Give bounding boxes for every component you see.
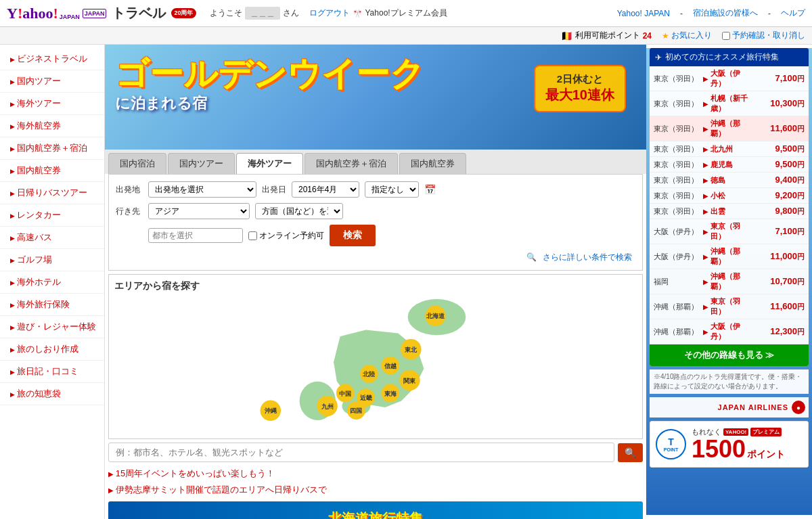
date-select[interactable]: 2016年4月 <box>292 181 359 198</box>
city-input[interactable] <box>148 228 243 243</box>
arrow-11: ▶ <box>703 278 708 286</box>
nav-hotels[interactable]: 宿泊施設の皆様へ <box>693 7 758 19</box>
welcome-area: ようこそ ＿＿＿ さん <box>210 7 299 20</box>
hokkaido-label[interactable]: 北海道 <box>426 313 445 319</box>
sidebar-item-overseas-air[interactable]: 海外航空券 <box>0 115 104 137</box>
yahoo-logo[interactable]: Y!ahoo! JAPAN <box>7 5 80 22</box>
flight-row-7[interactable]: 東京（羽田） ▶ 小松 9,200円 <box>650 188 809 204</box>
flight-row-9[interactable]: 大阪（伊丹） ▶ 東京（羽田） 7,100円 <box>650 219 809 244</box>
flight-row-12[interactable]: 沖縄（那覇） ▶ 東京（羽田） 11,600円 <box>650 294 809 319</box>
okinawa-label[interactable]: 沖縄 <box>264 407 277 414</box>
chugoku-label[interactable]: 中国 <box>339 390 351 397</box>
tohoku-label[interactable]: 東北 <box>405 346 418 353</box>
favorites-area[interactable]: ★ お気に入り <box>662 30 712 41</box>
right-bg: ✈ 初めての方にオススメ旅行特集 東京（羽田） ▶ 大阪（伊丹） 7,100円 … <box>646 48 812 515</box>
japan-label: JAPAN <box>60 14 80 20</box>
tpoint-points-row: 1500 ポイント <box>692 437 785 461</box>
arrow-9: ▶ <box>703 228 708 235</box>
sidebar-item-business[interactable]: ビジネストラベル <box>0 48 104 70</box>
reservation-area[interactable]: 予約確認・取り消し <box>722 30 805 41</box>
origin-9: 大阪（伊丹） <box>654 227 701 237</box>
destination-select[interactable]: アジア <box>148 203 250 219</box>
sidebar-item-domestic-tour[interactable]: 国内ツアー <box>0 70 104 93</box>
logout-area[interactable]: ログアウト 🎌 Yahoo!プレミアム会員 <box>309 7 447 19</box>
flight-row-1[interactable]: 東京（羽田） ▶ 大阪（伊丹） 7,100円 <box>650 66 809 91</box>
online-checkbox[interactable] <box>248 231 257 240</box>
tab-domestic-air[interactable]: 国内航空券 <box>399 153 466 174</box>
flight-row-13[interactable]: 沖縄（那覇） ▶ 大阪（伊丹） 12,300円 <box>650 319 809 344</box>
flag-icon: 🎌 <box>353 9 363 18</box>
tab-domestic-tour[interactable]: 国内ツアー <box>168 153 235 174</box>
map-title: エリアから宿を探す <box>114 280 637 292</box>
shikoku-label[interactable]: 四国 <box>350 407 362 414</box>
sidebar-item-diary[interactable]: 旅日記・口コミ <box>0 361 104 383</box>
kinki-label[interactable]: 近畿 <box>360 394 372 401</box>
jal-text: JAPAN AIRLINES <box>718 403 788 411</box>
tpoint-banner[interactable]: T POINT もれなく YAHOO! プレミアム 1500 ポイント <box>650 421 809 468</box>
tpoint-unit: ポイント <box>747 449 785 461</box>
price-2: 10,300円 <box>770 98 805 109</box>
direction-select[interactable]: 方面（国など）を選択 <box>255 203 343 219</box>
sidebar-item-wisdom[interactable]: 旅の知恵袋 <box>0 383 104 405</box>
departure-label: 出発地 <box>116 184 143 196</box>
kyushu-label[interactable]: 九州 <box>321 403 334 410</box>
username: ＿＿＿ <box>245 7 280 20</box>
price-11: 10,700円 <box>770 276 805 287</box>
hokuriku-label[interactable]: 北陸 <box>362 371 376 378</box>
sidebar-item-daytrip[interactable]: 日帰りバスツアー <box>0 182 104 204</box>
sidebar-item-golf[interactable]: ゴルフ場 <box>0 249 104 271</box>
tab-domestic-hotel[interactable]: 国内宿泊 <box>108 153 166 174</box>
sidebar-item-itinerary[interactable]: 旅のしおり作成 <box>0 338 104 361</box>
favorites-link[interactable]: お気に入り <box>671 30 712 41</box>
text-search-button[interactable]: 🔍 <box>618 443 643 462</box>
banner-info[interactable]: 2日休むと 最大10連休 <box>534 65 626 112</box>
advanced-search-link[interactable]: さらに詳しい条件で検索 <box>539 252 632 262</box>
anniversary-badge: 20周年 <box>171 8 196 18</box>
search-button[interactable]: 検索 <box>330 225 376 246</box>
price-4: 9,500円 <box>775 143 805 154</box>
sidebar-item-domestic-air[interactable]: 国内航空券 <box>0 160 104 182</box>
sidebar-item-rental-car[interactable]: レンタカー <box>0 204 104 227</box>
logout-link[interactable]: ログアウト <box>309 7 350 19</box>
news-item-1[interactable]: 15周年イベントをめいっぱい楽しもう！ <box>108 466 643 482</box>
map-section: エリアから宿を探す <box>108 274 643 439</box>
price-13: 12,300円 <box>770 326 805 337</box>
text-search-input[interactable] <box>108 443 614 462</box>
bottom-banner[interactable]: 北海道旅行特集 <box>108 501 643 519</box>
calendar-icon[interactable]: 📅 <box>424 184 436 195</box>
kanto-label[interactable]: 関東 <box>403 378 416 384</box>
flight-row-2[interactable]: 東京（羽田） ▶ 札幌（新千歳） 10,300円 <box>650 91 809 116</box>
price-1: 7,100円 <box>775 73 805 84</box>
tab-overseas-tour[interactable]: 海外ツアー <box>236 153 303 174</box>
tab-domestic-air-hotel[interactable]: 国内航空券＋宿泊 <box>304 153 398 174</box>
sidebar-item-overseas-tour[interactable]: 海外ツアー <box>0 93 104 115</box>
nav-yahoo-japan[interactable]: Yahoo! JAPAN <box>617 9 670 18</box>
tokai-label[interactable]: 東海 <box>384 390 397 397</box>
travel-label: トラベル <box>112 4 166 22</box>
sidebar-item-overseas-hotel[interactable]: 海外ホテル <box>0 271 104 294</box>
flight-row-8[interactable]: 東京（羽田） ▶ 出雲 9,800円 <box>650 204 809 219</box>
flight-panel-title: ✈ 初めての方にオススメ旅行特集 <box>650 48 809 66</box>
reservation-link[interactable]: 予約確認・取り消し <box>732 30 805 41</box>
nav-help[interactable]: ヘルプ <box>781 7 805 19</box>
flight-row-4[interactable]: 東京（羽田） ▶ 北九州 9,500円 <box>650 141 809 157</box>
date-option-select[interactable]: 指定なし <box>365 181 419 198</box>
sidebar-item-travel-insurance[interactable]: 海外旅行保険 <box>0 294 104 316</box>
flight-row-3[interactable]: 東京（羽田） ▶ 沖縄（那覇） 11,600円 <box>650 116 809 141</box>
flight-row-10[interactable]: 大阪（伊丹） ▶ 沖縄（那覇） 11,000円 <box>650 244 809 269</box>
top-nav: Yahoo! JAPAN - 宿泊施設の皆様へ - ヘルプ <box>617 7 805 19</box>
banner-bg: ゴールデンウイーク に泊まれる宿 2日休むと 最大10連休 <box>105 45 646 150</box>
shinetsu-label[interactable]: 信越 <box>384 363 397 369</box>
premium-badge: プレミアム <box>750 428 782 436</box>
flight-row-5[interactable]: 東京（羽田） ▶ 鹿児島 9,500円 <box>650 157 809 173</box>
reservation-checkbox[interactable] <box>722 32 730 40</box>
more-routes-button[interactable]: その他の路線も見る ≫ <box>650 344 809 366</box>
departure-select[interactable]: 出発地を選択 <box>148 181 256 198</box>
news-item-2[interactable]: 伊勢志摩サミット開催で話題のエリアへ日帰りバスで <box>108 482 643 498</box>
sidebar-item-express-bus[interactable]: 高速バス <box>0 227 104 249</box>
flight-row-6[interactable]: 東京（羽田） ▶ 徳島 9,400円 <box>650 173 809 188</box>
sidebar-item-domestic-air-hotel[interactable]: 国内航空券＋宿泊 <box>0 137 104 160</box>
sidebar-item-leisure[interactable]: 遊び・レジャー体験 <box>0 316 104 338</box>
banner-info-line1: 2日休むと <box>545 73 614 86</box>
flight-row-11[interactable]: 福岡 ▶ 沖縄（那覇） 10,700円 <box>650 269 809 294</box>
